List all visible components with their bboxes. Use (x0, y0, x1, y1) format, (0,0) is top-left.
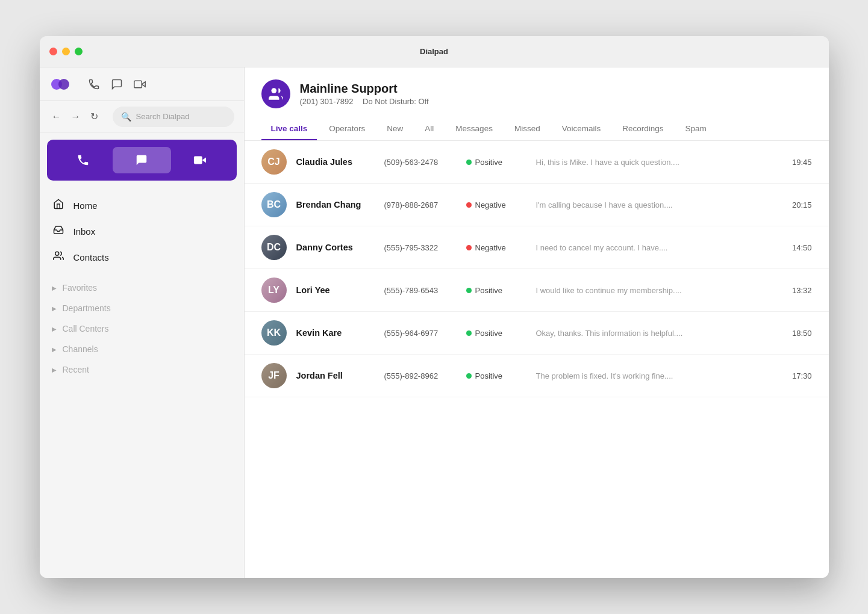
svg-point-1 (58, 79, 69, 90)
header-dnd: Do Not Disturb: Off (363, 97, 429, 106)
titlebar: Dialpad (40, 36, 829, 67)
tab-messages[interactable]: Messages (446, 118, 502, 140)
sidebar-nav: Home Inbox (40, 188, 244, 275)
action-buttons-group (47, 140, 237, 181)
back-button[interactable]: ← (49, 108, 64, 125)
tab-recordings[interactable]: Recordings (613, 118, 673, 140)
chevron-icon: ▶ (52, 305, 57, 312)
header-top: Mainline Support (201) 301-7892 Do Not D… (261, 79, 812, 108)
home-icon (52, 199, 65, 212)
avatar: DC (261, 235, 287, 260)
call-centers-label: Call Centers (63, 324, 109, 333)
sentiment-label: Positive (475, 286, 503, 295)
channels-label: Channels (63, 344, 98, 354)
phone-action-button[interactable] (54, 147, 113, 173)
message-icon[interactable] (111, 78, 123, 90)
tab-missed[interactable]: Missed (505, 118, 550, 140)
call-time: 14:50 (788, 243, 812, 252)
inbox-icon (52, 225, 65, 238)
sentiment-label: Positive (475, 371, 503, 380)
call-time: 17:30 (788, 371, 812, 380)
call-preview: I need to cancel my account. I have.... (536, 243, 778, 252)
tab-operators[interactable]: Operators (319, 118, 375, 140)
sentiment-badge: Positive (466, 286, 526, 295)
sidebar-item-channels[interactable]: ▶ Channels (40, 339, 244, 359)
caller-name: Danny Cortes (296, 243, 375, 252)
sidebar-item-recent[interactable]: ▶ Recent (40, 359, 244, 380)
call-preview: I'm calling because I have a question...… (536, 200, 778, 209)
caller-name: Jordan Fell (296, 371, 375, 380)
svg-rect-5 (194, 157, 202, 164)
tab-live-calls[interactable]: Live calls (261, 118, 317, 140)
sentiment-dot (466, 245, 472, 250)
table-row[interactable]: BC Brendan Chang (978)-888-2687 Negative… (245, 184, 829, 226)
avatar: CJ (261, 149, 287, 175)
video-icon[interactable] (134, 78, 146, 90)
table-row[interactable]: KK Kevin Kare (555)-964-6977 Positive Ok… (245, 312, 829, 355)
caller-phone: (555)-964-6977 (384, 329, 457, 338)
sentiment-dot (466, 202, 472, 208)
caller-phone: (555)-892-8962 (384, 371, 457, 380)
search-icon: 🔍 (121, 112, 131, 122)
header-phone: (201) 301-7892 (300, 97, 354, 106)
minimize-button[interactable] (62, 48, 70, 55)
sentiment-label: Positive (475, 329, 503, 338)
sentiment-badge: Positive (466, 329, 526, 338)
call-time: 20:15 (788, 200, 812, 209)
caller-name: Brendan Chang (296, 200, 375, 209)
sidebar-item-contacts[interactable]: Contacts (40, 244, 244, 270)
refresh-button[interactable]: ↻ (88, 108, 101, 125)
sidebar-item-favorites[interactable]: ▶ Favorites (40, 278, 244, 298)
svg-marker-2 (142, 81, 145, 86)
sidebar-item-call-centers[interactable]: ▶ Call Centers (40, 318, 244, 339)
table-row[interactable]: DC Danny Cortes (555)-795-3322 Negative … (245, 226, 829, 269)
table-row[interactable]: CJ Claudia Jules (509)-563-2478 Positive… (245, 141, 829, 184)
sentiment-dot (466, 373, 472, 379)
sentiment-badge: Positive (466, 158, 526, 167)
sentiment-dot (466, 160, 472, 165)
table-row[interactable]: LY Lori Yee (555)-789-6543 Positive I wo… (245, 269, 829, 312)
sidebar-item-departments[interactable]: ▶ Departments (40, 298, 244, 318)
avatar: LY (261, 278, 287, 303)
call-time: 18:50 (788, 329, 812, 338)
tabs: Live calls Operators New All Messages Mi… (261, 118, 812, 140)
sidebar-item-inbox[interactable]: Inbox (40, 219, 244, 244)
chevron-icon: ▶ (52, 346, 57, 353)
sidebar-item-home[interactable]: Home (40, 193, 244, 219)
close-button[interactable] (49, 48, 57, 55)
avatar (261, 79, 290, 108)
sentiment-dot (466, 330, 472, 336)
left-panel: ← → ↻ 🔍 Search Dialpad (40, 67, 245, 578)
header-info: Mainline Support (201) 301-7892 Do Not D… (300, 82, 436, 106)
phone-icon[interactable] (88, 78, 100, 90)
search-bar[interactable]: 🔍 Search Dialpad (113, 107, 234, 127)
call-preview: The problem is fixed. It's working fine.… (536, 371, 778, 380)
sentiment-dot (466, 288, 472, 293)
traffic-lights (49, 48, 83, 55)
tab-new[interactable]: New (377, 118, 413, 140)
message-action-button[interactable] (113, 147, 171, 173)
sentiment-label: Negative (475, 243, 506, 252)
avatar: BC (261, 192, 287, 217)
toolbar-icons (88, 78, 146, 90)
table-row[interactable]: JF Jordan Fell (555)-892-8962 Positive T… (245, 355, 829, 397)
caller-phone: (555)-795-3322 (384, 243, 457, 252)
mainline-support-name: Mainline Support (300, 82, 436, 96)
sidebar-sections: ▶ Favorites ▶ Departments ▶ Call Centers… (40, 275, 244, 382)
toolbar (40, 67, 244, 101)
chevron-icon: ▶ (52, 367, 57, 373)
video-action-button[interactable] (171, 147, 229, 173)
caller-phone: (978)-888-2687 (384, 200, 457, 209)
chevron-icon: ▶ (52, 285, 57, 291)
svg-point-6 (55, 252, 58, 255)
tab-all[interactable]: All (415, 118, 443, 140)
favorites-label: Favorites (63, 283, 98, 293)
contacts-label: Contacts (73, 252, 109, 262)
fullscreen-button[interactable] (75, 48, 83, 55)
contacts-icon (52, 250, 65, 264)
call-list: CJ Claudia Jules (509)-563-2478 Positive… (245, 141, 829, 578)
recent-label: Recent (63, 365, 89, 374)
tab-voicemails[interactable]: Voicemails (552, 118, 611, 140)
forward-button[interactable]: → (69, 108, 83, 125)
tab-spam[interactable]: Spam (675, 118, 716, 140)
